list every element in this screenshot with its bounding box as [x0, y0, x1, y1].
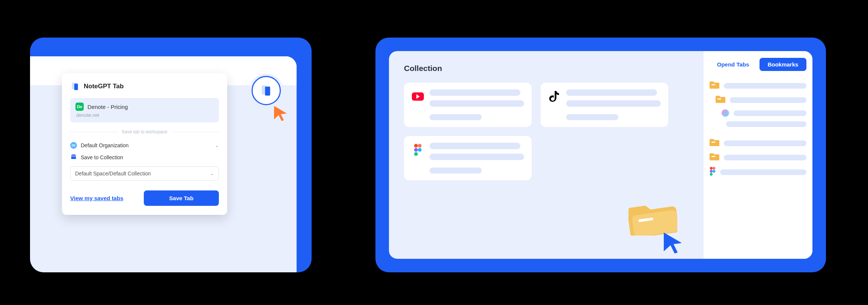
organization-selector[interactable]: Or Default Organization ⌄ — [70, 140, 219, 151]
skeleton-line — [429, 168, 482, 174]
skeleton-line — [730, 97, 806, 103]
tree-row[interactable] — [722, 119, 806, 129]
svg-rect-14 — [711, 156, 715, 157]
collection-panel: Collection — [375, 38, 826, 272]
skeleton-line — [429, 154, 524, 160]
bookmark-sidebar: Opend Tabs Bookmarks — [704, 51, 812, 259]
svg-rect-12 — [717, 98, 721, 100]
svg-point-5 — [418, 144, 422, 148]
svg-point-7 — [418, 148, 422, 152]
youtube-icon — [411, 90, 424, 103]
svg-point-18 — [713, 170, 715, 172]
svg-point-19 — [710, 173, 713, 175]
tiktok-icon — [548, 90, 561, 103]
collection-cards — [404, 83, 689, 180]
svg-rect-13 — [711, 142, 715, 143]
divider-label: Save tab to workspace — [122, 129, 167, 134]
collection-window: Collection — [389, 51, 812, 259]
collection-main: Collection — [389, 51, 704, 259]
popup-title: NoteGPT Tab — [84, 83, 124, 90]
skeleton-line — [724, 155, 806, 160]
folder-icon — [710, 152, 719, 162]
popup-actions: View my saved tabs Save Tab — [70, 190, 219, 206]
collection-card[interactable] — [404, 136, 532, 180]
skeleton-line — [720, 169, 806, 175]
skeleton-line — [566, 100, 661, 107]
tree-row[interactable] — [716, 93, 806, 107]
notegpt-logo-icon — [259, 84, 273, 97]
collection-title: Collection — [404, 64, 689, 73]
tree-row[interactable] — [710, 165, 806, 180]
svg-point-6 — [414, 148, 418, 152]
tab-bookmarks[interactable]: Bookmarks — [760, 58, 806, 71]
section-divider: Save tab to workspace — [70, 129, 219, 134]
svg-point-17 — [710, 170, 713, 172]
save-tab-panel: NoteGPT Tab De Denote - Pricing denote.n… — [30, 38, 312, 272]
folder-icon — [710, 138, 719, 148]
skeleton-line — [429, 114, 482, 120]
view-saved-tabs-link[interactable]: View my saved tabs — [70, 195, 123, 201]
save-tab-button[interactable]: Save Tab — [144, 190, 219, 206]
collection-row-label: Save to Collection — [70, 151, 219, 163]
tree-row[interactable] — [710, 79, 806, 93]
current-tab-card: De Denote - Pricing denote.net — [70, 98, 219, 122]
svg-point-4 — [414, 144, 418, 148]
svg-rect-11 — [711, 84, 715, 85]
organization-label: Default Organization — [81, 142, 129, 148]
cursor-orange-icon — [273, 105, 288, 122]
tree-row[interactable] — [710, 150, 806, 165]
svg-point-15 — [710, 167, 713, 169]
collection-icon — [70, 153, 77, 161]
site-url: denote.net — [76, 112, 214, 118]
skeleton-line — [726, 121, 806, 127]
skeleton-line — [429, 143, 520, 149]
skeleton-line — [566, 89, 657, 96]
notegpt-logo-icon — [70, 82, 80, 91]
skeleton-line — [429, 89, 520, 96]
extension-badge[interactable] — [252, 76, 281, 105]
collection-label: Save to Collection — [81, 154, 123, 160]
page-icon — [722, 109, 729, 117]
folder-icon — [716, 95, 725, 105]
cursor-blue-icon — [662, 231, 685, 256]
svg-rect-3 — [74, 83, 78, 90]
svg-point-8 — [414, 152, 418, 156]
tab-opened-tabs[interactable]: Opend Tabs — [710, 58, 756, 71]
skeleton-line — [724, 140, 806, 146]
site-name: Denote - Pricing — [87, 104, 128, 110]
chevron-down-icon: ⌄ — [210, 171, 214, 176]
chevron-down-icon: ⌄ — [215, 143, 219, 148]
popup-header: NoteGPT Tab — [70, 82, 219, 91]
folder-icon — [710, 81, 719, 91]
tree-spacer — [710, 129, 806, 136]
skeleton-line — [734, 110, 806, 116]
sidebar-tabs: Opend Tabs Bookmarks — [710, 58, 806, 71]
collection-select[interactable]: Default Space/Default Collection ⌄ — [70, 166, 219, 181]
skeleton-line — [724, 83, 806, 89]
skeleton-line — [566, 114, 618, 120]
tree-row[interactable] — [722, 107, 806, 119]
figma-icon — [411, 143, 424, 156]
organization-avatar: Or — [70, 142, 77, 149]
collection-card[interactable] — [404, 83, 532, 127]
svg-rect-1 — [265, 87, 270, 96]
site-favicon: De — [75, 103, 84, 111]
collection-select-value: Default Space/Default Collection — [75, 171, 151, 177]
tree-row[interactable] — [710, 136, 806, 150]
browser-mock-window: NoteGPT Tab De Denote - Pricing denote.n… — [30, 56, 297, 272]
figma-icon — [710, 167, 716, 177]
collection-card[interactable] — [541, 83, 668, 127]
save-tab-popup: NoteGPT Tab De Denote - Pricing denote.n… — [62, 73, 227, 215]
svg-point-16 — [713, 167, 715, 169]
skeleton-line — [429, 100, 524, 107]
